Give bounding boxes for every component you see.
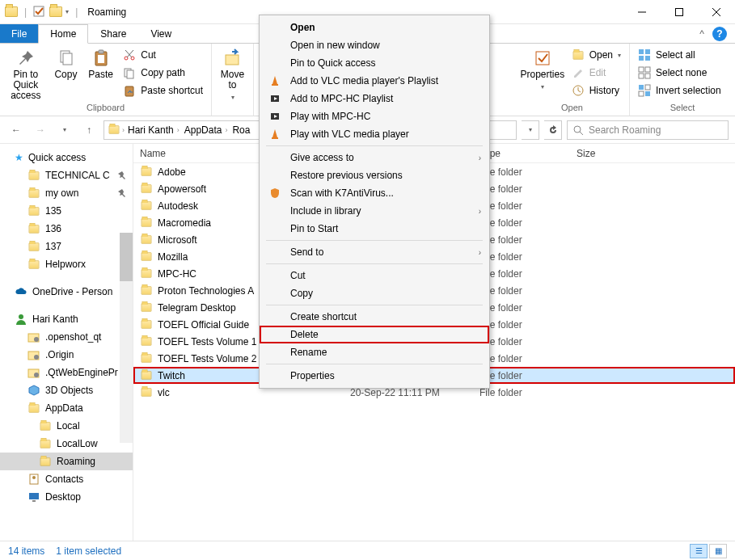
file-name: Twitch xyxy=(158,370,185,381)
tab-home[interactable]: Home xyxy=(38,24,88,44)
pin-icon xyxy=(118,171,133,179)
folder-icon xyxy=(27,258,40,271)
chevron-right-icon: › xyxy=(479,154,481,162)
column-size[interactable]: Size xyxy=(570,148,635,159)
nav-scrollbar-thumb[interactable] xyxy=(120,233,133,281)
maximize-button[interactable] xyxy=(661,0,698,24)
group-select-label: Select xyxy=(635,103,730,114)
up-button[interactable]: ↑ xyxy=(79,120,99,140)
nav-item[interactable]: Local xyxy=(0,417,133,435)
select-all-button[interactable]: Select all xyxy=(635,47,724,63)
invert-selection-icon xyxy=(638,84,651,97)
nav-item[interactable]: Contacts xyxy=(0,470,133,488)
minimize-button[interactable] xyxy=(623,0,661,24)
nav-item[interactable]: AppData xyxy=(0,399,133,417)
paste-button[interactable]: Paste xyxy=(85,45,116,80)
file-name: Mozilla xyxy=(158,251,188,263)
ctx-shortcut[interactable]: Create shortcut xyxy=(260,308,489,326)
history-button[interactable]: History xyxy=(568,82,624,99)
ctx-give-access[interactable]: Give access to› xyxy=(260,149,489,166)
svg-rect-31 xyxy=(645,91,650,96)
nav-item[interactable]: .QtWebEnginePr xyxy=(0,364,133,381)
breadcrumb-segment[interactable]: Hari Kanth› xyxy=(126,124,181,136)
ctx-scan[interactable]: Scan with K7AntiVirus... xyxy=(260,184,489,202)
folder-icon xyxy=(140,301,153,314)
invert-selection-button[interactable]: Invert selection xyxy=(635,82,724,99)
ctx-copy[interactable]: Copy xyxy=(260,284,489,302)
ribbon-collapse-icon[interactable]: ^ xyxy=(699,28,704,40)
ctx-include-library[interactable]: Include in library› xyxy=(260,202,489,220)
folder-icon xyxy=(140,200,153,213)
close-button[interactable] xyxy=(698,0,735,24)
ctx-play-vlc[interactable]: Play with VLC media player xyxy=(260,125,489,143)
ctx-cut[interactable]: Cut xyxy=(260,267,489,284)
nav-item[interactable]: 136 xyxy=(0,220,133,238)
properties-button[interactable]: Properties ▾ xyxy=(520,45,565,92)
ctx-restore[interactable]: Restore previous versions xyxy=(260,166,489,184)
nav-item[interactable]: Desktop xyxy=(0,488,133,506)
pin-to-quick-access-button[interactable]: Pin to Quick access xyxy=(5,45,47,101)
chevron-down-icon: ▾ xyxy=(231,92,234,103)
breadcrumb-segment[interactable]: AppData› xyxy=(183,124,230,136)
nav-item[interactable]: .Origin xyxy=(0,346,133,364)
ctx-send-to[interactable]: Send to› xyxy=(260,243,489,261)
search-placeholder: Search Roaming xyxy=(589,124,661,136)
checkbox-quick-icon[interactable] xyxy=(33,6,46,19)
vlc-icon xyxy=(268,75,282,86)
nav-item[interactable]: TECHNICAL C xyxy=(0,166,133,184)
copy-button[interactable]: Copy xyxy=(50,45,82,80)
chevron-down-icon[interactable]: ▾ xyxy=(65,8,69,15)
shield-icon xyxy=(268,187,282,199)
breadcrumb-segment[interactable]: Roa xyxy=(230,124,251,136)
nav-item[interactable]: LocalLow xyxy=(0,435,133,453)
back-button[interactable]: ← xyxy=(6,120,26,140)
ctx-properties[interactable]: Properties xyxy=(260,367,489,385)
select-none-button[interactable]: Select none xyxy=(635,65,724,81)
svg-rect-20 xyxy=(639,49,644,54)
nav-item[interactable]: Roaming xyxy=(0,453,133,470)
nav-item[interactable]: my own xyxy=(0,184,133,202)
forward-button[interactable]: → xyxy=(31,120,50,140)
ctx-pin-start[interactable]: Pin to Start xyxy=(260,220,489,238)
nav-item[interactable]: Helpworx xyxy=(0,255,133,273)
icons-view-button[interactable]: ▦ xyxy=(709,544,727,558)
ctx-play-mpc[interactable]: Play with MPC-HC xyxy=(260,107,489,125)
ctx-mpc-playlist[interactable]: Add to MPC-HC Playlist xyxy=(260,90,489,107)
ctx-delete[interactable]: Delete xyxy=(260,326,489,343)
edit-button[interactable]: Edit xyxy=(568,65,624,81)
copy-path-button[interactable]: Copy path xyxy=(120,65,206,81)
history-icon xyxy=(572,84,585,97)
nav-quick-access[interactable]: ★ Quick access xyxy=(0,149,133,166)
ctx-rename[interactable]: Rename xyxy=(260,343,489,361)
address-dropdown-button[interactable]: ▾ xyxy=(522,120,539,140)
refresh-button[interactable] xyxy=(544,120,562,140)
search-icon xyxy=(572,124,584,136)
tab-view[interactable]: View xyxy=(138,24,184,43)
svg-rect-43 xyxy=(29,493,39,499)
details-view-button[interactable]: ☰ xyxy=(690,544,708,558)
nav-item[interactable]: 135 xyxy=(0,202,133,220)
ctx-vlc-playlist[interactable]: Add to VLC media player's Playlist xyxy=(260,72,489,90)
tab-file[interactable]: File xyxy=(0,24,38,43)
ctx-open[interactable]: Open xyxy=(260,19,489,36)
paste-shortcut-button[interactable]: Paste shortcut xyxy=(120,82,206,99)
search-input[interactable]: Search Roaming xyxy=(567,120,729,140)
help-icon[interactable]: ? xyxy=(712,27,727,41)
open-button[interactable]: Open ▾ xyxy=(568,47,624,63)
recent-locations-button[interactable]: ▾ xyxy=(55,120,74,140)
cut-button[interactable]: Cut xyxy=(120,47,206,63)
svg-rect-30 xyxy=(639,91,644,96)
properties-icon xyxy=(533,48,552,68)
svg-point-42 xyxy=(32,476,36,479)
move-to-button[interactable]: Move to ▾ xyxy=(217,45,248,103)
ctx-pin-quick[interactable]: Pin to Quick access xyxy=(260,54,489,72)
nav-user[interactable]: Hari Kanth xyxy=(0,310,133,328)
ctx-open-new-window[interactable]: Open in new window xyxy=(260,36,489,54)
nav-item[interactable]: 3D Objects xyxy=(0,381,133,399)
tab-share[interactable]: Share xyxy=(88,24,138,43)
svg-rect-44 xyxy=(32,500,36,502)
nav-item[interactable]: 137 xyxy=(0,238,133,255)
nav-onedrive[interactable]: OneDrive - Person xyxy=(0,283,133,301)
nav-item[interactable]: .openshot_qt xyxy=(0,328,133,346)
svg-rect-24 xyxy=(639,67,644,72)
